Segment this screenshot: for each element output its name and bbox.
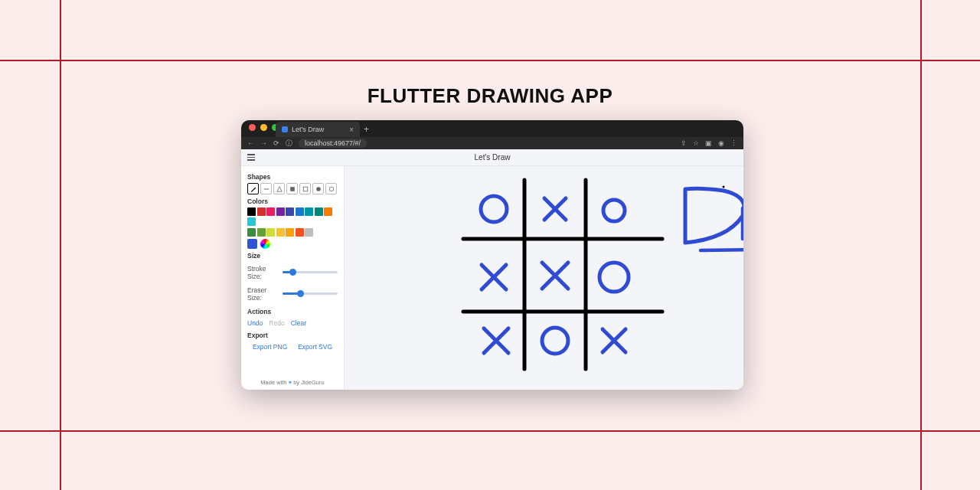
color-swatch[interactable] bbox=[276, 228, 285, 237]
profile-icon[interactable]: ◉ bbox=[718, 139, 724, 147]
export-buttons: Export PNG Export SVG bbox=[247, 343, 338, 351]
decorative-grid-line bbox=[60, 0, 61, 490]
export-svg-button[interactable]: Export SVG bbox=[298, 343, 332, 351]
svg-point-20 bbox=[542, 328, 568, 354]
export-label: Export bbox=[247, 332, 338, 339]
color-swatch[interactable] bbox=[247, 228, 256, 237]
page-title: FLUTTER DRAWING APP bbox=[0, 84, 980, 108]
current-color-row bbox=[247, 239, 338, 249]
color-swatch[interactable] bbox=[315, 207, 323, 216]
svg-point-3 bbox=[316, 187, 321, 191]
reload-icon[interactable]: ⟳ bbox=[273, 139, 279, 147]
color-swatch[interactable] bbox=[257, 228, 266, 237]
tool-circle[interactable] bbox=[325, 183, 337, 194]
menu-icon[interactable]: ⋮ bbox=[730, 139, 737, 147]
stroke-size-label: Stroke Size: bbox=[247, 265, 279, 280]
tool-line[interactable] bbox=[260, 183, 272, 194]
color-swatches-row2 bbox=[247, 228, 338, 237]
export-png-button[interactable]: Export PNG bbox=[253, 343, 287, 351]
color-swatch[interactable] bbox=[296, 207, 304, 216]
tool-triangle[interactable] bbox=[273, 183, 285, 194]
stroke-size-row: Stroke Size: bbox=[247, 265, 338, 280]
color-swatch[interactable] bbox=[276, 207, 285, 216]
browser-window: Let's Draw × + ← → ⟳ ⓘ localhost:49677/#… bbox=[241, 120, 743, 390]
window-controls bbox=[249, 124, 279, 131]
redo-button[interactable]: Redo bbox=[269, 319, 284, 327]
color-swatch[interactable] bbox=[286, 207, 294, 216]
eraser-size-slider[interactable] bbox=[283, 292, 338, 295]
color-swatch[interactable] bbox=[305, 228, 313, 237]
svg-point-12 bbox=[603, 200, 625, 221]
actions-label: Actions bbox=[247, 308, 338, 315]
tool-pencil[interactable] bbox=[247, 183, 259, 194]
shape-tools bbox=[247, 183, 338, 194]
svg-point-17 bbox=[599, 263, 629, 292]
svg-rect-2 bbox=[303, 187, 308, 191]
color-swatch[interactable] bbox=[257, 207, 266, 216]
colors-label: Colors bbox=[247, 198, 338, 205]
decorative-grid-line bbox=[920, 0, 922, 490]
stroke-size-slider[interactable] bbox=[283, 271, 338, 273]
decorative-grid-line bbox=[0, 60, 980, 61]
browser-chrome: Let's Draw × + ← → ⟳ ⓘ localhost:49677/#… bbox=[241, 120, 743, 149]
close-icon[interactable] bbox=[249, 124, 256, 131]
color-swatch[interactable] bbox=[296, 228, 304, 237]
tool-circle-filled[interactable] bbox=[312, 183, 324, 194]
minimize-icon[interactable] bbox=[260, 124, 267, 131]
bookmark-icon[interactable]: ☆ bbox=[693, 139, 699, 147]
color-swatch[interactable] bbox=[247, 217, 256, 226]
eraser-size-row: Eraser Size: bbox=[247, 286, 338, 302]
app-bar: Let's Draw bbox=[241, 149, 743, 166]
app-title: Let's Draw bbox=[241, 153, 743, 162]
tab-close-icon[interactable]: × bbox=[349, 126, 354, 134]
eraser-size-label: Eraser Size: bbox=[247, 286, 279, 302]
clear-button[interactable]: Clear bbox=[291, 319, 306, 327]
tool-square[interactable] bbox=[299, 183, 311, 194]
color-swatch[interactable] bbox=[324, 207, 332, 216]
extensions-icon[interactable]: ▣ bbox=[705, 139, 712, 147]
back-icon[interactable]: ← bbox=[247, 139, 254, 147]
share-icon[interactable]: ⇪ bbox=[681, 139, 687, 147]
color-swatch[interactable] bbox=[305, 207, 313, 216]
color-swatch[interactable] bbox=[266, 228, 275, 237]
browser-toolbar: ← → ⟳ ⓘ localhost:49677/#/ ⇪ ☆ ▣ ◉ ⋮ bbox=[241, 137, 743, 149]
browser-tab[interactable]: Let's Draw × bbox=[276, 122, 360, 137]
svg-point-23 bbox=[723, 186, 725, 188]
sidebar-footer: Made with ♥ by JideGuru bbox=[247, 377, 338, 388]
svg-rect-1 bbox=[290, 187, 295, 191]
size-label: Size bbox=[247, 252, 338, 260]
app-content: Shapes Colors Size Stroke Size: bbox=[241, 166, 743, 390]
action-buttons: Undo Redo Clear bbox=[247, 319, 338, 327]
lock-icon: ⓘ bbox=[286, 139, 292, 149]
decorative-grid-line bbox=[0, 430, 980, 432]
new-tab-button[interactable]: + bbox=[364, 124, 369, 135]
color-swatch[interactable] bbox=[266, 207, 275, 216]
svg-point-4 bbox=[329, 187, 334, 191]
tool-square-filled[interactable] bbox=[286, 183, 298, 194]
color-swatch[interactable] bbox=[247, 207, 256, 216]
tab-title: Let's Draw bbox=[292, 126, 324, 133]
color-swatch[interactable] bbox=[286, 228, 294, 237]
shapes-label: Shapes bbox=[247, 173, 338, 181]
tab-favicon-icon bbox=[282, 126, 288, 132]
url-field[interactable]: localhost:49677/#/ bbox=[299, 139, 367, 148]
color-wheel-icon[interactable] bbox=[260, 239, 270, 249]
tool-sidebar: Shapes Colors Size Stroke Size: bbox=[241, 166, 345, 390]
forward-icon[interactable]: → bbox=[260, 139, 267, 147]
hamburger-icon[interactable] bbox=[247, 154, 255, 161]
drawing-canvas[interactable] bbox=[345, 166, 743, 390]
color-swatches-row1 bbox=[247, 207, 338, 226]
undo-button[interactable]: Undo bbox=[247, 319, 263, 327]
svg-point-9 bbox=[481, 196, 507, 222]
current-color-swatch[interactable] bbox=[247, 239, 257, 249]
